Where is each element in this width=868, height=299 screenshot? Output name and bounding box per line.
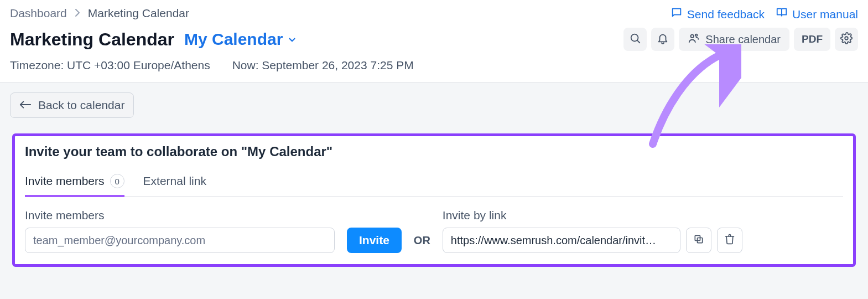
timezone-text: Timezone: UTC +03:00 Europe/Athens (10, 59, 210, 72)
bell-icon (657, 32, 669, 47)
invite-panel: Invite your team to collaborate on "My C… (12, 133, 856, 267)
search-button[interactable] (623, 28, 647, 51)
panel-title: Invite your team to collaborate on "My C… (25, 144, 843, 159)
or-text: OR (414, 228, 430, 253)
people-icon (688, 32, 700, 47)
copy-link-button[interactable] (686, 228, 711, 253)
delete-link-button[interactable] (717, 228, 742, 253)
back-to-calendar-button[interactable]: Back to calendar (10, 92, 134, 118)
tab-external-link[interactable]: External link (143, 174, 206, 197)
share-calendar-button[interactable]: Share calendar (679, 28, 789, 51)
arrow-left-icon (19, 99, 32, 112)
tab-external-link-label: External link (143, 174, 206, 188)
svg-point-4 (845, 37, 848, 40)
page-title: Marketing Calendar (10, 29, 174, 50)
now-text: Now: September 26, 2023 7:25 PM (232, 59, 414, 72)
search-icon (629, 32, 641, 47)
svg-point-2 (691, 34, 694, 38)
invite-tabs: Invite members 0 External link (25, 174, 843, 197)
tab-invite-members[interactable]: Invite members 0 (25, 174, 124, 197)
breadcrumb-current: Marketing Calendar (88, 7, 189, 20)
trash-icon (724, 234, 735, 247)
invite-button[interactable]: Invite (347, 228, 402, 253)
pdf-label: PDF (802, 33, 823, 45)
pdf-button[interactable]: PDF (794, 28, 830, 51)
svg-line-1 (637, 40, 640, 43)
user-manual-link[interactable]: User manual (776, 7, 858, 22)
notifications-button[interactable] (651, 28, 674, 51)
copy-icon (693, 234, 704, 247)
invite-count-badge: 0 (110, 174, 124, 188)
breadcrumb-root[interactable]: Dashboard (10, 7, 67, 20)
user-manual-label: User manual (792, 8, 858, 21)
selected-calendar-label: My Calendar (184, 30, 283, 49)
book-icon (776, 7, 788, 22)
invite-email-input[interactable] (25, 228, 335, 253)
back-label: Back to calendar (38, 99, 124, 112)
settings-button[interactable] (835, 28, 858, 51)
invite-members-label: Invite members (25, 209, 335, 222)
calendar-selector[interactable]: My Calendar (184, 30, 297, 49)
chevron-down-icon (287, 30, 297, 49)
share-calendar-label: Share calendar (705, 33, 781, 46)
invite-link-field[interactable] (443, 228, 680, 253)
tab-invite-members-label: Invite members (25, 174, 105, 188)
send-feedback-label: Send feedback (687, 8, 765, 21)
invite-button-label: Invite (359, 234, 389, 246)
chevron-right-icon (75, 7, 80, 20)
gear-icon (840, 32, 853, 47)
svg-point-3 (695, 34, 698, 36)
invite-by-link-label: Invite by link (443, 209, 742, 222)
chat-icon (671, 7, 683, 22)
send-feedback-link[interactable]: Send feedback (671, 7, 765, 22)
